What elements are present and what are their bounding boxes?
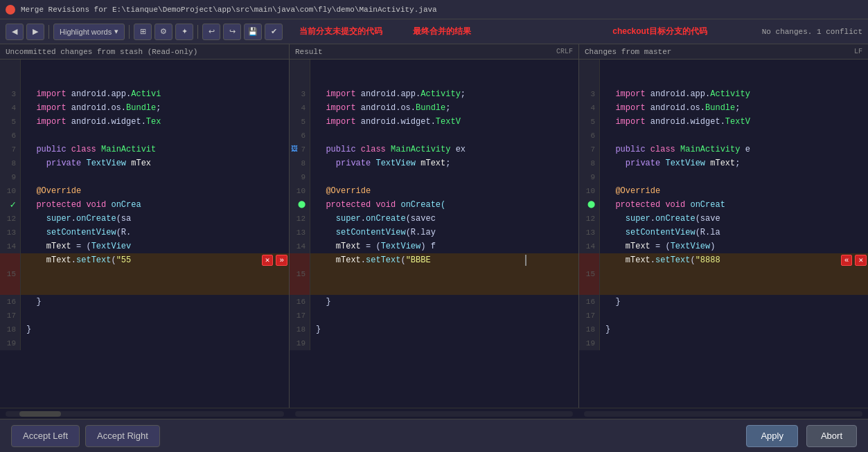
close-button[interactable] [6,5,15,15]
table-row: 15 mText.setText("55 ✕ » [0,253,289,295]
line-number: 6 [579,129,600,143]
line-content [21,336,289,350]
line-number: 19 [579,336,600,350]
line-number: 12 [579,212,600,226]
line-content: protected void onCreat [600,198,868,212]
line-content: @Override [21,184,289,198]
line-content: public class MainActivity ex [310,143,578,156]
table-row: 18 } [290,323,578,336]
line-content [21,73,289,87]
table-row: 19 [0,336,289,350]
line-content [600,336,868,350]
table-row: 13 setContentView(R.lay [290,226,578,239]
table-row [290,73,578,87]
line-content: public class MainActivity e [600,143,868,156]
reject-conflict-btn[interactable]: ✕ [855,255,867,266]
line-number: 8 [579,156,600,170]
accept-button[interactable]: ✔ [265,24,283,40]
line-content: mText.setText("55 ✕ » [21,253,289,295]
line-number: 6 [290,129,310,143]
line-number: 5 [290,115,310,129]
side-by-side-button[interactable]: ⊞ [134,24,152,40]
line-content: mText = (TextView) [600,239,868,253]
toolbar: ◀ ▶ Highlight words ▾ ⊞ ⚙ ✦ ↩ ↪ 💾 ✔ 当前分支… [0,19,868,44]
line-content: private TextView mText; [600,156,868,170]
line-content [21,170,289,184]
line-number: 5 [579,115,600,129]
table-row: 15 mText.setText("8888 « ✕ [579,253,868,295]
line-content [600,60,868,73]
line-content: mText.setText("BBBE [310,253,578,295]
line-content: } [21,323,289,336]
line-number: 3 [579,87,600,101]
forward-button[interactable]: ▶ [26,24,44,40]
accept-left-conflict-btn[interactable]: « [841,255,853,266]
center-panel-content[interactable]: 3 import android.app.Activity; 4 import … [290,60,578,408]
table-row: 4 import android.os.Bundle; [579,101,868,115]
back-button[interactable]: ◀ [6,24,24,40]
window-title: Merge Revisions for E:\tianque\DemoProje… [21,6,437,14]
settings-button[interactable]: ⚙ [154,24,172,40]
line-content [600,170,868,184]
highlight-words-button[interactable]: Highlight words ▾ [53,24,125,40]
apply-button[interactable]: Apply [746,425,798,447]
line-number: 9 [0,170,21,184]
table-row: 3 import android.app.Activity [579,87,868,101]
right-panel-content[interactable]: 3 import android.app.Activity 4 import a… [579,60,868,408]
diff-container: Uncommitted changes from stash (Read-onl… [0,44,868,408]
line-content: import android.os.Bundle; [21,101,289,115]
left-panel-content[interactable]: 3 import android.app.Activi 4 import and… [0,60,289,408]
line-content: } [310,323,578,336]
line-content: import android.os.Bundle; [600,101,868,115]
right-panel-header: Changes from master LF [579,44,868,60]
undo-button[interactable]: ↩ [202,24,220,40]
line-number: 9 [579,170,600,184]
accept-right-conflict-btn[interactable]: » [276,255,287,266]
line-number: 10 [290,184,310,198]
line-number: 6 [0,129,21,143]
highlight-words-label: Highlight words [60,28,112,36]
line-content: super.onCreate(sa [21,212,289,226]
line-number: 5 [0,115,21,129]
line-number: 7 [579,143,600,156]
line-number [0,73,21,87]
line-content: mText.setText("8888 « ✕ [600,253,868,295]
table-row: 4 import android.os.Bundle; [290,101,578,115]
magic-button[interactable]: ✦ [175,24,193,40]
center-panel-header: Result CRLF [290,44,578,60]
redo-button[interactable]: ↪ [223,24,241,40]
dropdown-icon: ▾ [114,27,118,36]
right-panel: Changes from master LF 3 import android.… [579,44,868,408]
accept-right-button[interactable]: Accept Right [85,425,160,447]
line-content: private TextView mText; [310,156,578,170]
line-number: 8 [290,156,310,170]
table-row: 3 import android.app.Activity; [290,87,578,101]
line-number: 16 [0,295,21,309]
line-content [600,129,868,143]
line-number: 14 [0,239,21,253]
accept-left-button[interactable]: Accept Left [11,425,80,447]
line-content: @Override [600,184,868,198]
line-number [0,60,21,73]
line-content: import android.app.Activity; [310,87,578,101]
line-number: 13 [0,226,21,239]
center-panel-encoding: CRLF [556,48,573,55]
table-row: 12 super.onCreate(save [579,212,868,226]
left-panel-header: Uncommitted changes from stash (Read-onl… [0,44,289,60]
table-row: 13 setContentView(R.la [579,226,868,239]
line-content [21,60,289,73]
save-button[interactable]: 💾 [244,24,262,40]
line-number: 4 [0,101,21,115]
left-panel: Uncommitted changes from stash (Read-onl… [0,44,290,408]
line-number: ✓ [0,198,21,212]
table-row: 16 } [579,295,868,309]
accept-conflict-left-btn[interactable]: ✕ [262,255,274,266]
abort-button[interactable]: Abort [806,425,857,447]
line-content [21,129,289,143]
line-content: mText = (TextView) f [310,239,578,253]
line-number: 14 [579,239,600,253]
line-number: 8 [0,156,21,170]
line-content [310,73,578,87]
table-row: 14 mText = (TextView) f [290,239,578,253]
right-panel-title: Changes from master [585,48,671,56]
